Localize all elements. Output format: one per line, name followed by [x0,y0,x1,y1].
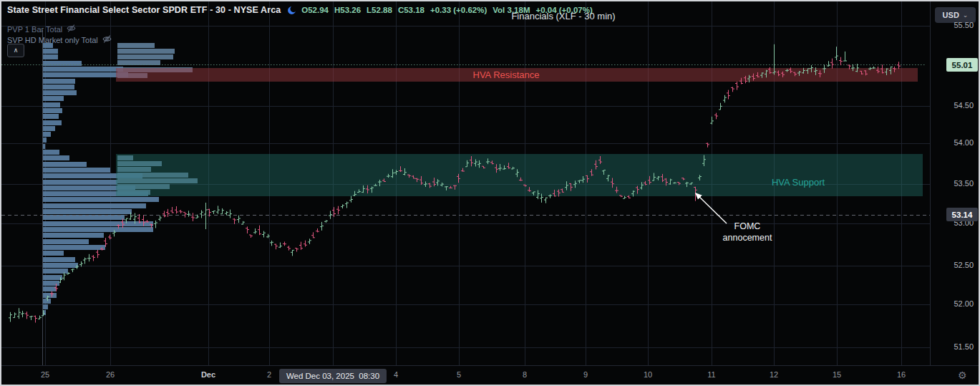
pvp-profile-bar [42,90,77,95]
time-tick-label: 26 [94,370,126,379]
chart-window: HVA ResistanceHVA SupportFOMCannocement … [0,0,980,386]
time-tick-label: 11 [696,370,727,379]
time-tick-label: 15 [821,370,853,379]
pvp-profile-bar [42,155,69,160]
price-tick-label: 54.50 [954,101,974,110]
ohlc-part: H53.26 [334,6,361,14]
pvp-profile-bar [42,54,58,59]
ohlc-part: C53.18 [398,6,424,14]
gear-icon[interactable]: ⚙ [958,370,967,381]
time-axis[interactable]: 2526Dec245891011121516 Wed Dec 03, 2025 … [1,365,980,385]
price-tick-label: 53.50 [954,179,974,188]
pvp-profile-bar [42,233,104,238]
price-tick-label: 51.50 [954,342,974,351]
collapse-indicators-button[interactable]: ∧ [7,44,24,57]
fomc-annotation: FOMCannocement [696,193,772,243]
time-tick-label: 25 [29,370,61,379]
pvp-profile-bar [42,96,64,101]
last-price-label: 55.01 [946,58,978,72]
pvp-profile-bar [42,120,62,125]
time-tick-label: Dec [193,370,224,379]
pvp-profile-bar [42,180,117,185]
prev-close-label: 53.14 [946,208,978,221]
time-tick-label: 10 [632,370,664,379]
pvp-profile-bar [42,79,75,84]
pvp-profile-bar [42,281,59,286]
pvp-profile-bar [42,203,146,208]
pvp-profile-bar [42,221,153,226]
time-tick-label: 9 [570,370,601,379]
eye-off-icon[interactable] [102,34,112,45]
pvp-profile-bar [42,132,51,137]
pvp-profile-bar [42,239,89,244]
eye-off-icon[interactable] [67,24,76,34]
pvp-profile-bar [42,72,128,77]
currency-label: USD [943,11,959,19]
svp-profile-bar [117,60,160,65]
price-tick-label: 55.50 [954,21,974,29]
pvp-profile-bar [42,263,78,268]
pvp-profile-bar [42,108,62,113]
pvp-profile-bar [42,49,58,54]
pvp-profile-bar [42,168,110,173]
chart-title: Financials (XLF - 30 min) [474,11,653,21]
pvp-profile-bar [42,304,48,309]
symbol-title[interactable]: State Street Financial Select Sector SPD… [7,5,281,15]
pvp-profile-bar [42,67,123,72]
time-tick-label: 16 [886,370,917,379]
hva-resistance-zone: HVA Resistance [116,68,918,82]
time-tick-label: 12 [758,370,790,379]
pvp-profile-bar [42,114,59,119]
hva-support-zone: HVA Support [116,154,923,196]
pvp-profile-bar [42,102,60,107]
pvp-profile-bar [42,126,55,131]
indicator-row-pvp[interactable]: PVP 1 Bar Total [7,24,76,34]
pvp-profile-bar [42,209,132,214]
price-tick-label: 54.00 [954,138,974,147]
pvp-profile-bar [42,227,153,232]
chevron-down-icon: ⌄ [963,11,969,19]
indicator-label: SVP HD Market only Total [7,36,98,44]
svp-profile-bar [117,54,173,59]
price-tick-label: 52.00 [954,299,974,308]
svp-profile-bar [117,49,175,54]
pvp-profile-bar [42,275,62,280]
date-tooltip: Wed Dec 03, 2025 08:30 [279,369,387,383]
pvp-profile-bar [42,286,57,291]
pvp-profile-bar [42,251,64,256]
time-tick-label: 5 [443,370,475,379]
market-session-moon-icon [287,6,296,15]
pvp-profile-bar [42,215,125,220]
pvp-profile-bar [42,245,105,250]
fomc-annotation-text: FOMC [734,221,761,231]
chart-canvas[interactable]: HVA ResistanceHVA SupportFOMCannocement [1,1,930,365]
svp-profile-bar [117,43,155,48]
zone-label: HVA Resistance [473,69,540,80]
price-axis[interactable]: USD ⌄ 55.5054.5054.0053.5053.0052.5052.0… [930,1,980,365]
price-tick-label: 52.50 [954,261,974,269]
pvp-profile-bar [42,85,74,90]
pvp-profile-bar [42,299,51,304]
pvp-profile-bar [42,257,75,262]
ohlc-part: O52.94 [301,6,329,14]
fomc-arrow [696,193,727,223]
time-tick-label: 8 [509,370,540,379]
pvp-profile-bar [42,197,159,202]
pvp-profile-bar [42,162,87,167]
indicator-label: PVP 1 Bar Total [7,25,62,34]
pvp-profile-bar [42,150,59,155]
ohlc-part: L52.88 [367,6,392,14]
fomc-annotation-text: annocement [723,233,772,243]
zone-label: HVA Support [772,177,825,188]
